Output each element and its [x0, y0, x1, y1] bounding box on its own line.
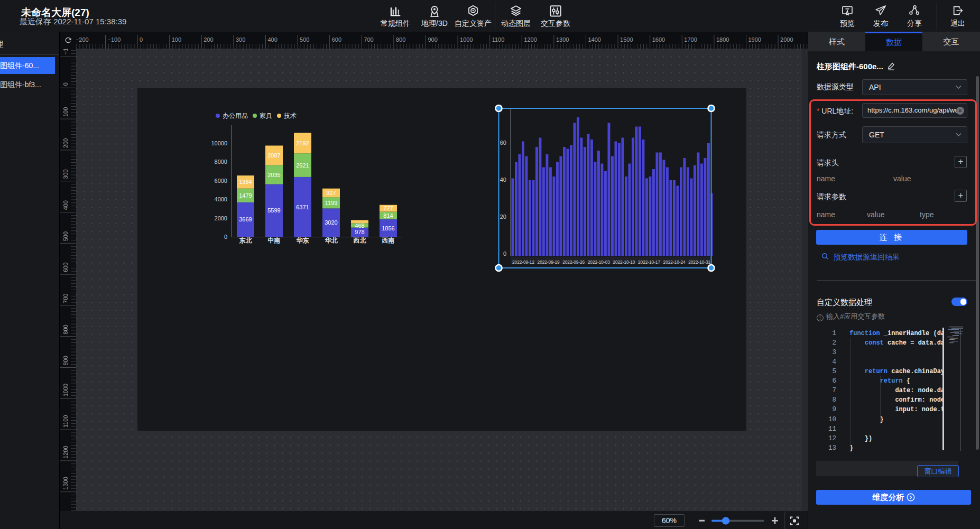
svg-text:2022-09-26: 2022-09-26 — [562, 259, 585, 265]
svg-text:1900: 1900 — [748, 36, 761, 43]
svg-text:0: 0 — [62, 82, 69, 86]
svg-text:20: 20 — [500, 214, 506, 220]
svg-text:900: 900 — [62, 356, 69, 365]
svg-text:978: 978 — [355, 229, 364, 235]
svg-text:800: 800 — [396, 36, 405, 43]
svg-text:400: 400 — [62, 200, 69, 210]
svg-text:500: 500 — [300, 36, 309, 43]
svg-text:中南: 中南 — [268, 237, 281, 244]
svg-text:2022-10-03: 2022-10-03 — [588, 259, 610, 265]
svg-text:1800: 1800 — [716, 36, 729, 43]
svg-text:−200: −200 — [76, 36, 89, 43]
svg-text:−100: −100 — [108, 36, 121, 43]
svg-text:1200: 1200 — [62, 446, 69, 458]
svg-text:200: 200 — [62, 138, 69, 148]
svg-text:办公用品: 办公用品 — [223, 112, 248, 119]
svg-text:1500: 1500 — [620, 36, 633, 43]
svg-text:−1: −1 — [62, 49, 69, 55]
svg-text:1000: 1000 — [62, 384, 69, 396]
svg-text:2192: 2192 — [296, 140, 309, 146]
svg-text:500: 500 — [62, 231, 69, 241]
svg-text:40: 40 — [500, 177, 506, 183]
svg-text:814: 814 — [383, 212, 393, 219]
svg-text:3020: 3020 — [325, 219, 337, 226]
svg-text:1856: 1856 — [382, 225, 394, 231]
svg-text:2000: 2000 — [780, 36, 793, 43]
svg-text:400: 400 — [268, 36, 278, 43]
svg-text:2022-10-10: 2022-10-10 — [613, 259, 635, 265]
svg-text:西北: 西北 — [353, 237, 367, 244]
svg-text:技术: 技术 — [283, 112, 297, 119]
svg-text:1100: 1100 — [492, 36, 505, 43]
svg-text:2022-10-24: 2022-10-24 — [663, 259, 686, 265]
svg-text:华东: 华东 — [296, 237, 309, 244]
svg-text:600: 600 — [332, 36, 341, 43]
svg-text:2521: 2521 — [296, 162, 309, 169]
svg-text:300: 300 — [236, 36, 245, 43]
svg-text:1300: 1300 — [556, 36, 569, 43]
svg-text:华北: 华北 — [325, 237, 338, 244]
svg-text:1300: 1300 — [62, 477, 69, 489]
svg-text:468: 468 — [355, 222, 364, 229]
svg-text:727: 727 — [383, 205, 393, 211]
svg-text:1600: 1600 — [652, 36, 665, 43]
svg-text:2022-10-31: 2022-10-31 — [688, 259, 710, 265]
svg-text:1400: 1400 — [588, 36, 601, 43]
svg-text:100: 100 — [62, 107, 69, 117]
svg-text:700: 700 — [62, 294, 69, 303]
svg-text:900: 900 — [428, 36, 438, 43]
svg-text:0: 0 — [224, 234, 227, 240]
svg-text:西南: 西南 — [382, 237, 395, 244]
svg-text:6371: 6371 — [296, 204, 309, 210]
svg-text:1479: 1479 — [239, 192, 252, 199]
svg-text:2022-09-19: 2022-09-19 — [538, 259, 560, 265]
svg-text:100: 100 — [172, 36, 181, 43]
svg-text:东北: 东北 — [239, 237, 253, 244]
svg-text:2022-09-12: 2022-09-12 — [512, 259, 534, 265]
svg-text:300: 300 — [62, 169, 69, 179]
svg-text:1384: 1384 — [239, 179, 252, 185]
svg-text:家具: 家具 — [260, 112, 272, 119]
svg-text:2087: 2087 — [267, 152, 280, 159]
svg-text:200: 200 — [204, 36, 213, 43]
svg-text:5599: 5599 — [267, 207, 280, 214]
svg-text:800: 800 — [62, 324, 69, 334]
svg-text:8000: 8000 — [215, 159, 227, 165]
svg-text:1000: 1000 — [460, 36, 473, 43]
svg-text:927: 927 — [326, 190, 336, 196]
svg-text:700: 700 — [364, 36, 373, 43]
svg-text:2022-10-17: 2022-10-17 — [638, 259, 660, 265]
svg-text:1700: 1700 — [684, 36, 697, 43]
svg-text:1200: 1200 — [524, 36, 537, 43]
svg-text:1100: 1100 — [62, 415, 69, 428]
svg-text:4000: 4000 — [215, 196, 227, 202]
svg-text:600: 600 — [62, 263, 69, 272]
svg-text:3669: 3669 — [239, 216, 252, 222]
svg-text:1199: 1199 — [325, 200, 338, 206]
svg-text:2035: 2035 — [267, 172, 280, 178]
svg-text:10000: 10000 — [211, 140, 227, 146]
svg-text:60: 60 — [500, 140, 506, 146]
svg-text:2000: 2000 — [215, 215, 227, 221]
svg-text:6000: 6000 — [215, 178, 227, 184]
svg-text:0: 0 — [140, 36, 143, 43]
svg-text:0: 0 — [503, 250, 506, 257]
